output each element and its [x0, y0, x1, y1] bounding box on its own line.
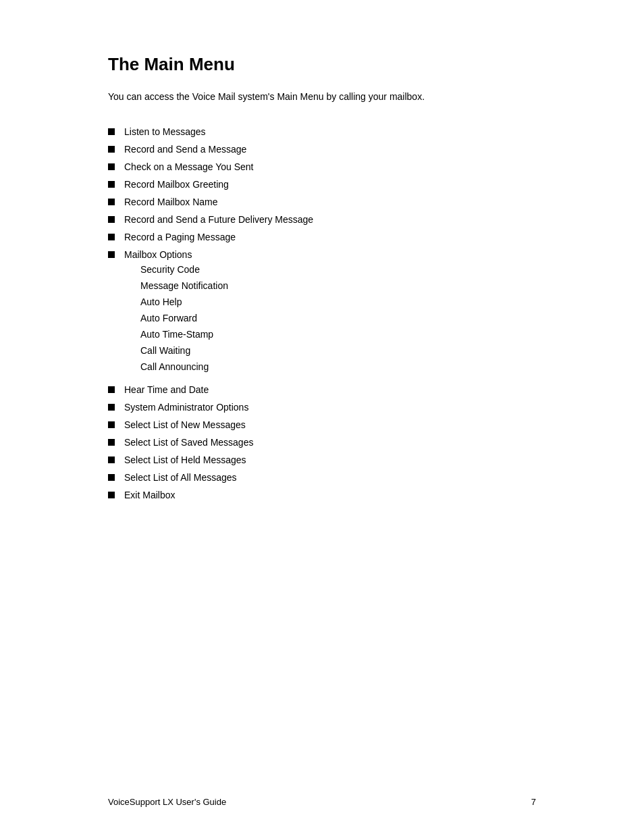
- list-item-label: Record and Send a Message: [124, 144, 246, 155]
- sub-list-item: Message Notification: [140, 280, 228, 291]
- bullet-icon: [108, 251, 115, 258]
- list-item-label: Hear Time and Date: [124, 384, 209, 395]
- list-item-label: Select List of New Messages: [124, 419, 246, 430]
- sub-menu-list: Security Code Message Notification Auto …: [140, 264, 228, 372]
- bullet-icon: [108, 181, 115, 188]
- bullet-icon: [108, 199, 115, 205]
- page-footer: VoiceSupport LX User's Guide 7: [0, 797, 644, 807]
- list-item: Record a Paging Message: [108, 232, 536, 242]
- page-title: The Main Menu: [108, 54, 536, 75]
- list-item-label: Listen to Messages: [124, 126, 206, 137]
- bullet-icon: [108, 216, 115, 223]
- sub-list-item: Security Code: [140, 264, 228, 275]
- sub-list-item: Call Waiting: [140, 345, 228, 356]
- sub-list-item: Auto Time-Stamp: [140, 329, 228, 340]
- list-item-label: Select List of All Messages: [124, 472, 237, 483]
- sub-list-item: Auto Help: [140, 296, 228, 307]
- list-item-label: Record and Send a Future Delivery Messag…: [124, 214, 313, 225]
- list-item: Check on a Message You Sent: [108, 161, 536, 172]
- main-menu-list: Listen to Messages Record and Send a Mes…: [108, 126, 536, 500]
- bullet-icon: [108, 421, 115, 428]
- list-item-label: Select List of Held Messages: [124, 454, 246, 465]
- list-item: Select List of New Messages: [108, 419, 536, 430]
- list-item-label: Mailbox Options: [124, 249, 192, 260]
- list-item: Select List of Held Messages: [108, 454, 536, 465]
- list-item-label: Record Mailbox Greeting: [124, 179, 229, 190]
- bullet-icon: [108, 492, 115, 498]
- list-item: Record Mailbox Greeting: [108, 179, 536, 190]
- mailbox-options-container: Mailbox Options Security Code Message No…: [124, 249, 228, 377]
- list-item: Listen to Messages: [108, 126, 536, 137]
- bullet-icon: [108, 234, 115, 240]
- bullet-icon: [108, 146, 115, 153]
- list-item: Select List of Saved Messages: [108, 437, 536, 448]
- sub-list-item: Auto Forward: [140, 313, 228, 323]
- list-item-label: Record Mailbox Name: [124, 197, 218, 207]
- bullet-icon: [108, 163, 115, 170]
- list-item: Record Mailbox Name: [108, 197, 536, 207]
- list-item-mailbox-options: Mailbox Options Security Code Message No…: [108, 249, 536, 377]
- bullet-icon: [108, 474, 115, 481]
- list-item-label: Check on a Message You Sent: [124, 161, 253, 172]
- bullet-icon: [108, 457, 115, 463]
- intro-paragraph: You can access the Voice Mail system's M…: [108, 91, 536, 102]
- bullet-icon: [108, 404, 115, 411]
- list-item-label: Exit Mailbox: [124, 490, 175, 500]
- page-container: The Main Menu You can access the Voice M…: [0, 0, 644, 834]
- list-item: Select List of All Messages: [108, 472, 536, 483]
- list-item: Record and Send a Message: [108, 144, 536, 155]
- bullet-icon: [108, 386, 115, 393]
- list-item: Exit Mailbox: [108, 490, 536, 500]
- list-item: Hear Time and Date: [108, 384, 536, 395]
- list-item-label: Record a Paging Message: [124, 232, 236, 242]
- bullet-icon: [108, 439, 115, 446]
- bullet-icon: [108, 128, 115, 135]
- list-item-label: Select List of Saved Messages: [124, 437, 253, 448]
- sub-list-item: Call Announcing: [140, 361, 228, 372]
- list-item: System Administrator Options: [108, 402, 536, 413]
- list-item-label: System Administrator Options: [124, 402, 248, 413]
- footer-left: VoiceSupport LX User's Guide: [108, 797, 226, 807]
- list-item: Record and Send a Future Delivery Messag…: [108, 214, 536, 225]
- footer-page-number: 7: [531, 797, 536, 807]
